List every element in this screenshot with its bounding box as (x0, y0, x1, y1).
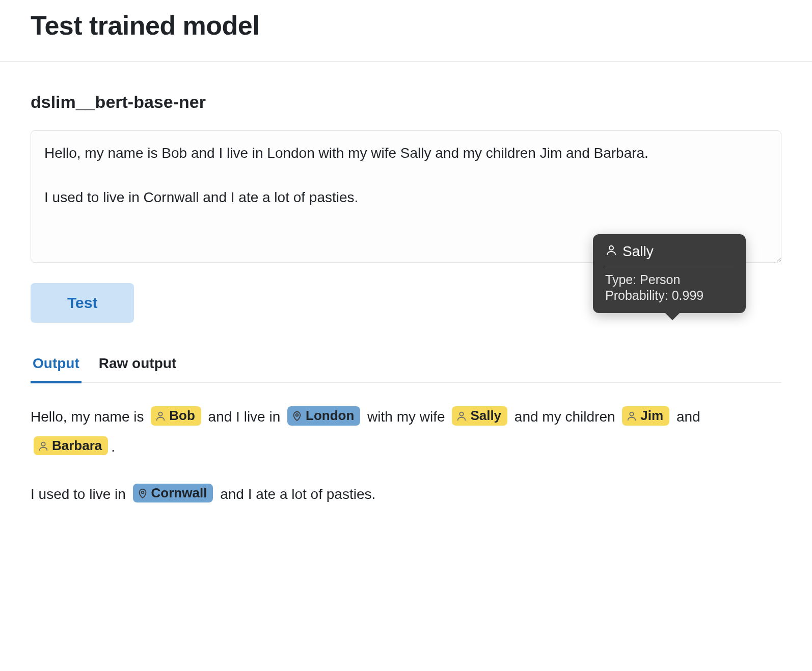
tooltip-type-value: Person (640, 272, 680, 287)
model-name: dslim__bert-base-ner (31, 92, 781, 112)
tooltip-probability-value: 0.999 (672, 288, 704, 302)
output-text: and (672, 409, 700, 425)
svg-point-1 (159, 412, 163, 416)
user-icon (155, 410, 166, 422)
output-text: and I ate a lot of pasties. (216, 486, 375, 502)
tab-raw-output[interactable]: Raw output (97, 349, 178, 383)
entity-chip-person[interactable]: Barbara (34, 436, 108, 455)
entity-chip-person[interactable]: Jim (622, 406, 669, 425)
tab-output[interactable]: Output (31, 349, 82, 383)
entity-text: Sally (470, 408, 501, 424)
entity-text: London (306, 408, 354, 424)
output-text: I used to live in (31, 486, 130, 502)
user-icon (605, 243, 617, 260)
page-title: Test trained model (31, 10, 781, 41)
map-pin-icon (291, 410, 303, 422)
output-text: Hello, my name is (31, 409, 148, 425)
svg-point-5 (41, 442, 45, 445)
output-paragraph: I used to live in Cornwall and I ate a l… (31, 480, 781, 510)
entity-tooltip: Sally Type: Person Probability: 0.999 (593, 234, 746, 313)
tooltip-type-line: Type: Person (605, 272, 734, 287)
user-icon (626, 410, 637, 422)
tooltip-probability-label: Probability: (605, 288, 672, 302)
test-button[interactable]: Test (31, 283, 134, 323)
tooltip-type-label: Type: (605, 272, 640, 287)
entity-chip-location[interactable]: Cornwall (133, 484, 213, 502)
svg-point-4 (630, 412, 634, 416)
user-icon (38, 440, 49, 452)
tooltip-probability-line: Probability: 0.999 (605, 288, 734, 303)
output-paragraph: Hello, my name is Bob and I live in Lond… (31, 402, 781, 462)
output-area: Hello, my name is Bob and I live in Lond… (31, 402, 781, 509)
entity-chip-person[interactable]: Bob (151, 406, 201, 425)
svg-point-6 (141, 491, 144, 493)
map-pin-icon (137, 488, 148, 499)
entity-chip-location[interactable]: London (287, 406, 360, 425)
entity-text: Bob (169, 408, 195, 424)
entity-text: Jim (640, 408, 663, 424)
entity-chip-person[interactable]: Sally (452, 406, 507, 425)
svg-point-2 (296, 414, 299, 416)
svg-point-3 (460, 412, 464, 416)
output-text: and I live in (204, 409, 284, 425)
output-text: with my wife (363, 409, 449, 425)
output-text: and my children (510, 409, 619, 425)
tooltip-entity-name: Sally (622, 243, 654, 260)
output-text: . (111, 439, 115, 455)
divider (0, 61, 812, 62)
svg-point-0 (609, 246, 613, 250)
output-tabs: OutputRaw output (31, 349, 781, 383)
user-icon (456, 410, 467, 422)
entity-text: Cornwall (151, 485, 207, 501)
entity-text: Barbara (52, 438, 102, 454)
